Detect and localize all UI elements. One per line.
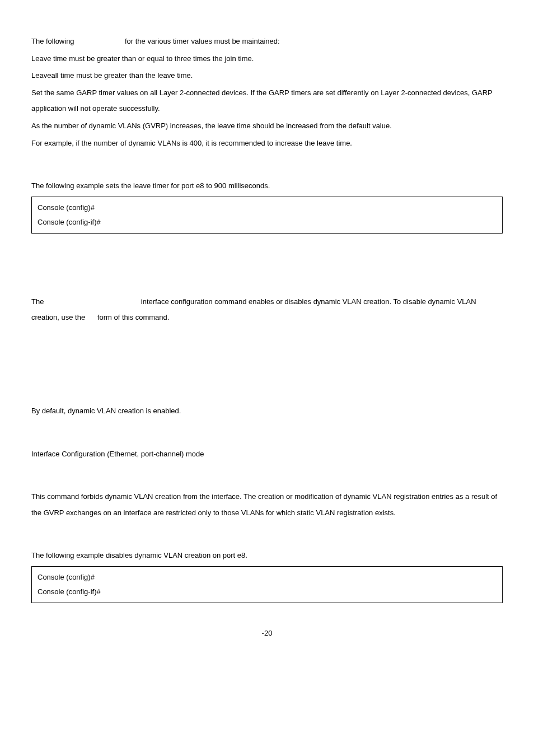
text: form of this command. bbox=[97, 313, 170, 321]
paragraph: Leave time must be greater than or equal… bbox=[31, 51, 503, 67]
code-block: Console (config)# Console (config-if)# bbox=[31, 197, 503, 234]
text: for the various timer values must be mai… bbox=[125, 37, 280, 45]
paragraph: The following example disables dynamic V… bbox=[31, 548, 503, 564]
code-block: Console (config)# Console (config-if)# bbox=[31, 566, 503, 603]
paragraph: The following example sets the leave tim… bbox=[31, 178, 503, 194]
paragraph: For example, if the number of dynamic VL… bbox=[31, 136, 503, 152]
paragraph: By default, dynamic VLAN creation is ena… bbox=[31, 403, 503, 419]
page-number: -20 bbox=[31, 626, 503, 642]
text-gap bbox=[87, 313, 95, 321]
paragraph: The interface configuration command enab… bbox=[31, 294, 503, 326]
text: The following bbox=[31, 37, 76, 45]
code-line: Console (config-if)# bbox=[38, 585, 496, 599]
code-line: Console (config)# bbox=[38, 200, 496, 215]
paragraph: This command forbids dynamic VLAN creati… bbox=[31, 489, 503, 521]
paragraph: As the number of dynamic VLANs (GVRP) in… bbox=[31, 118, 503, 134]
text-gap bbox=[76, 37, 123, 45]
paragraph: Interface Configuration (Ethernet, port-… bbox=[31, 446, 503, 463]
paragraph: The following for the various timer valu… bbox=[31, 34, 503, 50]
paragraph: Leaveall time must be greater than the l… bbox=[31, 68, 503, 84]
code-line: Console (config)# bbox=[38, 570, 496, 585]
code-line: Console (config-if)# bbox=[38, 215, 496, 230]
paragraph: Set the same GARP timer values on all La… bbox=[31, 85, 503, 117]
text: The bbox=[31, 297, 46, 306]
text-gap bbox=[46, 297, 139, 306]
